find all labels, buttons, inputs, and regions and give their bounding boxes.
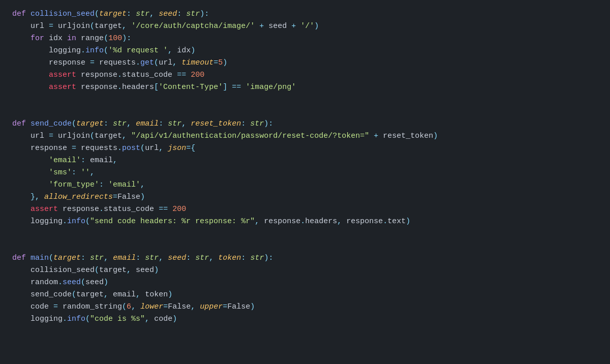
blank-2 — [12, 106, 598, 118]
blank-3 — [12, 228, 598, 240]
line-15: assert response.status_code == 200 — [12, 203, 598, 216]
line-22: logging.info("code is %s", code) — [12, 313, 598, 325]
blank-1 — [12, 94, 598, 106]
blank-4 — [12, 240, 598, 252]
line-3: for idx in range(100): — [12, 33, 598, 45]
line-18: collision_seed(target, seed) — [12, 264, 598, 277]
line-5: response = requests.get(url, timeout=5) — [12, 57, 598, 69]
line-20: send_code(target, email, token) — [12, 289, 598, 301]
line-8: def send_code(target: str, email: str, r… — [12, 118, 598, 130]
line-2: url = urljoin(target, '/core/auth/captch… — [12, 20, 598, 33]
line-7: assert response.headers['Content-Type'] … — [12, 81, 598, 94]
line-19: random.seed(seed) — [12, 277, 598, 289]
line-6: assert response.status_code == 200 — [12, 69, 598, 81]
line-14: }, allow_redirects=False) — [12, 191, 598, 203]
line-21: code = random_string(6, lower=False, upp… — [12, 301, 598, 313]
line-10: response = requests.post(url, json={ — [12, 142, 598, 155]
line-16: logging.info("send code headers: %r resp… — [12, 216, 598, 228]
line-1: def collision_seed(target: str, seed: st… — [12, 8, 598, 20]
line-4: logging.info('%d request ', idx) — [12, 45, 598, 57]
line-17: def main(target: str, email: str, seed: … — [12, 252, 598, 264]
line-13: 'form_type': 'email', — [12, 179, 598, 191]
line-11: 'email': email, — [12, 155, 598, 167]
line-12: 'sms': '', — [12, 167, 598, 179]
line-9: url = urljoin(target, "/api/v1/authentic… — [12, 130, 598, 142]
code-viewer: def collision_seed(target: str, seed: st… — [0, 0, 610, 364]
